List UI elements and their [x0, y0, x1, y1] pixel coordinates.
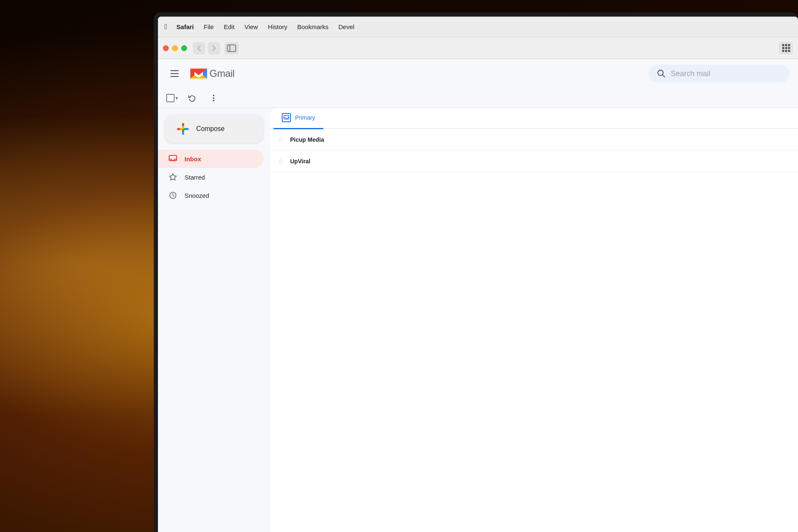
forward-button[interactable] — [208, 42, 220, 54]
tab-primary[interactable]: Primary — [273, 108, 323, 129]
gmail-content: Gmail Search mail — [158, 59, 798, 532]
close-window-button[interactable] — [163, 45, 169, 51]
gmail-sidebar: Compose Inbox — [158, 108, 270, 532]
sidebar-item-starred[interactable]: Starred — [158, 168, 264, 186]
email-sender: Picup Media — [290, 136, 357, 143]
select-all-checkbox-wrapper[interactable]: ▾ — [166, 94, 178, 102]
svg-marker-9 — [170, 174, 177, 180]
email-row[interactable]: ☆ UpViral — [270, 150, 798, 172]
star-button[interactable]: ☆ — [277, 135, 285, 144]
screen-bezel:  Safari File Edit View History Bookmark… — [154, 12, 798, 532]
sidebar-toggle-button[interactable] — [224, 42, 239, 54]
select-dropdown-chevron[interactable]: ▾ — [175, 95, 178, 101]
gmail-toolbar: ▾ — [158, 88, 798, 108]
mac-laptop:  Safari File Edit View History Bookmark… — [154, 12, 798, 532]
sidebar-item-label-snoozed: Snoozed — [185, 192, 209, 199]
macos-menu-bar:  Safari File Edit View History Bookmark… — [158, 17, 798, 37]
maximize-window-button[interactable] — [181, 45, 187, 51]
minimize-window-button[interactable] — [172, 45, 178, 51]
refresh-button[interactable] — [185, 91, 200, 106]
search-icon — [657, 69, 666, 78]
search-bar[interactable]: Search mail — [648, 65, 790, 82]
star-button[interactable]: ☆ — [277, 157, 285, 165]
email-row[interactable]: ☆ Picup Media — [270, 129, 798, 150]
menu-view[interactable]: View — [240, 22, 262, 32]
search-placeholder-text: Search mail — [671, 69, 710, 78]
more-options-button[interactable] — [206, 91, 221, 106]
menu-edit[interactable]: Edit — [219, 22, 239, 32]
gmail-body: Compose Inbox — [158, 108, 798, 532]
menu-history[interactable]: History — [264, 22, 292, 32]
menu-safari[interactable]: Safari — [172, 22, 198, 32]
back-button[interactable] — [193, 42, 205, 54]
sidebar-item-label-starred: Starred — [185, 174, 205, 181]
tab-overview-button[interactable] — [779, 42, 793, 54]
safari-toolbar — [158, 37, 798, 59]
menu-file[interactable]: File — [200, 22, 218, 32]
sidebar-item-label-inbox: Inbox — [185, 155, 201, 163]
svg-point-6 — [213, 97, 214, 99]
svg-line-4 — [663, 75, 665, 77]
gmail-m-icon — [190, 67, 208, 80]
hamburger-menu-button[interactable] — [166, 65, 183, 82]
apple-menu-icon[interactable]:  — [165, 22, 167, 31]
hamburger-line — [170, 70, 179, 71]
sidebar-item-inbox[interactable]: Inbox — [158, 150, 264, 168]
snoozed-icon — [168, 190, 178, 200]
screen-surface:  Safari File Edit View History Bookmark… — [158, 17, 798, 532]
svg-rect-0 — [227, 45, 236, 52]
grid-dots-icon — [782, 44, 790, 52]
svg-rect-8 — [169, 155, 177, 161]
hamburger-line — [170, 76, 179, 77]
select-all-checkbox[interactable] — [166, 94, 175, 102]
compose-button[interactable]: Compose — [165, 115, 264, 143]
email-sender: UpViral — [290, 158, 357, 165]
gmail-tabs: Primary — [270, 108, 798, 129]
traffic-lights — [163, 45, 187, 51]
sidebar-item-snoozed[interactable]: Snoozed — [158, 186, 264, 204]
hamburger-line — [170, 73, 179, 74]
menu-develop[interactable]: Devel — [334, 22, 358, 32]
gmail-label: Gmail — [209, 68, 234, 79]
inbox-icon — [168, 154, 178, 164]
tab-primary-icon — [282, 113, 291, 122]
compose-plus-icon — [176, 122, 190, 135]
menu-bookmarks[interactable]: Bookmarks — [293, 22, 332, 32]
star-icon — [168, 172, 178, 182]
svg-point-5 — [213, 94, 214, 96]
compose-label: Compose — [196, 125, 224, 133]
gmail-main-panel: Primary ☆ Picup Media ☆ UpViral — [270, 108, 798, 532]
email-list: ☆ Picup Media ☆ UpViral — [270, 129, 798, 532]
svg-point-7 — [213, 100, 214, 101]
tab-primary-label: Primary — [295, 114, 315, 121]
gmail-logo: Gmail — [190, 67, 234, 80]
gmail-header: Gmail Search mail — [158, 59, 798, 88]
